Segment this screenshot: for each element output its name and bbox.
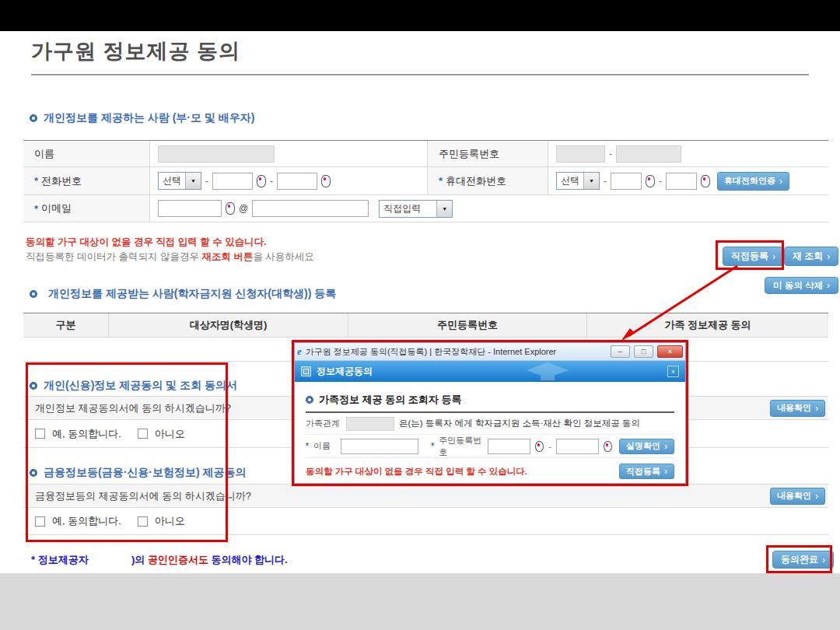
select-value: 선택 bbox=[557, 173, 583, 189]
mobile-last-input[interactable] bbox=[666, 173, 697, 190]
dash-separator: - bbox=[604, 176, 607, 187]
chevron-down-icon[interactable]: ▼ bbox=[583, 173, 599, 189]
financial-no-checkbox[interactable] bbox=[138, 516, 148, 527]
consent-complete-button[interactable]: 동의완료 › bbox=[772, 551, 834, 569]
chevron-down-icon[interactable]: ▼ bbox=[436, 201, 452, 217]
section-bullet-icon bbox=[306, 396, 313, 404]
minimize-button[interactable]: – bbox=[611, 345, 630, 358]
financial-content-check-button[interactable]: 내용확인 › bbox=[770, 488, 825, 505]
section-bullet-icon bbox=[30, 382, 37, 390]
notice-line2-prefix: 직접등록한 데이터가 출력되지 않을경우 bbox=[26, 251, 201, 262]
popup-direct-register-button[interactable]: 직접등록 › bbox=[619, 464, 674, 479]
required-mark: * bbox=[439, 175, 443, 187]
popup-name-label: 이름 bbox=[313, 440, 336, 452]
notice-line2-suffix: 을 사용하세요 bbox=[253, 251, 313, 262]
recipients-header-row: 구분 대상자명(학생명) 주민등록번호 가족 정보제공 동의 bbox=[23, 313, 828, 338]
mobile-mid-input[interactable] bbox=[611, 173, 642, 190]
rrn-label-cell: 주민등록번호 bbox=[428, 141, 548, 166]
popup-window-title: 가구원 정보제공 동의(직접등록) | 한국장학재단 - Internet Ex… bbox=[306, 346, 607, 358]
close-icon: × bbox=[671, 368, 675, 376]
phone-label-cell: * 전화번호 bbox=[23, 167, 150, 194]
direct-register-button[interactable]: 직접등록 › bbox=[723, 247, 784, 266]
popup-titlebar[interactable]: e 가구원 정보제공 동의(직접등록) | 한국장학재단 - Internet … bbox=[295, 343, 685, 361]
mobile-value-cell: 선택 ▼ - - 휴대전화인증 › bbox=[548, 167, 828, 194]
email-id-input[interactable] bbox=[158, 200, 222, 217]
dash-separator: - bbox=[659, 176, 662, 187]
internet-explorer-icon: e bbox=[297, 345, 302, 358]
button-label: 미 동의 삭제 bbox=[773, 280, 823, 292]
virtual-keypad-mouse-icon[interactable] bbox=[257, 175, 266, 187]
virtual-keypad-mouse-icon[interactable] bbox=[535, 441, 544, 452]
footer-note-suffix: 동의해야 합니다. bbox=[208, 554, 288, 565]
identity-row: * 이름 * 주민등록번호 - 실명확인 › bbox=[306, 435, 674, 458]
phone-label: 전화번호 bbox=[41, 174, 82, 188]
virtual-keypad-mouse-icon[interactable] bbox=[701, 175, 710, 187]
providers-section-title: 개인정보를 제공하는 사람 (부·모 및 배우자) bbox=[44, 111, 254, 125]
virtual-keypad-mouse-icon[interactable] bbox=[321, 175, 331, 187]
chevron-right-icon: › bbox=[772, 251, 775, 262]
chevron-right-icon: › bbox=[815, 491, 818, 502]
requery-button[interactable]: 재 조회 › bbox=[784, 247, 838, 266]
email-value-cell: @ 직접입력 ▼ bbox=[150, 195, 828, 222]
col-header-label: 가족 정보제공 동의 bbox=[664, 318, 751, 332]
relation-label: 가족관계 bbox=[306, 418, 341, 429]
section-bullet-icon bbox=[30, 290, 37, 298]
phone-mid-input[interactable] bbox=[212, 173, 253, 190]
mobile-verify-button[interactable]: 휴대전화인증 › bbox=[717, 172, 789, 191]
popup-rrn-back-input[interactable] bbox=[556, 439, 599, 454]
chevron-right-icon: › bbox=[822, 555, 825, 565]
phone-last-input[interactable] bbox=[277, 173, 317, 190]
popup-close-icon[interactable]: × bbox=[667, 366, 679, 377]
dash-separator: - bbox=[205, 176, 208, 187]
financial-consent-choices: 예, 동의합니다. 아니오 bbox=[23, 508, 828, 535]
required-mark: * bbox=[34, 203, 38, 215]
col-header-label: 주민등록번호 bbox=[437, 318, 498, 332]
email-domain-select[interactable]: 직접입력 ▼ bbox=[379, 200, 453, 218]
personal-consent-question: 개인정보 제공동의서에 동의 하시겠습니까? bbox=[35, 401, 231, 415]
verify-name-button[interactable]: 실명확인 › bbox=[619, 439, 674, 454]
personal-content-check-button[interactable]: 내용확인 › bbox=[770, 400, 825, 417]
section-bullet-icon bbox=[30, 469, 37, 477]
button-label: 동의완료 bbox=[781, 553, 818, 566]
delete-nonconsent-button[interactable]: 미 동의 삭제 › bbox=[765, 277, 838, 294]
at-sign: @ bbox=[239, 203, 248, 214]
virtual-keypad-mouse-icon[interactable] bbox=[226, 202, 235, 215]
col-header-label: 구분 bbox=[56, 318, 76, 332]
phone-value-cell: 선택 ▼ - - bbox=[150, 167, 428, 194]
col-header-label: 대상자명(학생명) bbox=[190, 318, 268, 332]
chevron-down-icon[interactable]: ▼ bbox=[185, 173, 201, 189]
button-label: 직접등록 bbox=[626, 466, 660, 478]
mobile-prefix-select[interactable]: 선택 ▼ bbox=[556, 172, 600, 190]
select-value: 직접입력 bbox=[380, 201, 425, 217]
popup-name-input[interactable] bbox=[341, 439, 418, 454]
table-row: 이름 주민등록번호 - bbox=[23, 141, 828, 167]
virtual-keypad-mouse-icon[interactable] bbox=[646, 175, 655, 187]
restore-button[interactable]: □ bbox=[634, 345, 653, 358]
financial-consent-header: 금융정보등(금융·신용·보험정보) 제공동의 bbox=[30, 466, 247, 480]
button-label: 실명확인 bbox=[626, 440, 660, 452]
page-title: 가구원 정보제공 동의 bbox=[31, 37, 240, 65]
provider-info-table: 이름 주민등록번호 - * 전화번호 선택 ▼ bbox=[23, 140, 828, 222]
button-label: 내용확인 bbox=[777, 490, 811, 502]
virtual-keypad-mouse-icon[interactable] bbox=[604, 441, 612, 452]
email-domain-input[interactable] bbox=[252, 200, 369, 217]
dash-separator: - bbox=[270, 176, 273, 187]
financial-yes-checkbox[interactable] bbox=[35, 516, 45, 527]
close-button[interactable]: × bbox=[657, 345, 683, 358]
rrn-back-masked-input bbox=[616, 145, 681, 163]
button-label: 직접등록 bbox=[731, 250, 768, 263]
email-label: 이메일 bbox=[41, 201, 72, 215]
notice-line2-highlight: 재조회 버튼 bbox=[201, 251, 253, 262]
popup-notice-row: 동의할 가구 대상이 없을 경우 직접 입력 할 수 있습니다. 직접등록 › bbox=[306, 464, 674, 479]
close-icon: × bbox=[668, 348, 672, 355]
name-value-cell bbox=[150, 141, 428, 166]
personal-yes-checkbox[interactable] bbox=[35, 429, 45, 439]
popup-body: 가족정보 제공 동의 조회자 등록 가족관계 은(는) 등록자 에게 학자금지원… bbox=[295, 382, 685, 483]
popup-rrn-front-input[interactable] bbox=[488, 439, 530, 454]
popup-rrn-label: 주민등록번호 bbox=[439, 435, 483, 458]
phone-prefix-select[interactable]: 선택 ▼ bbox=[158, 172, 201, 190]
chevron-right-icon: › bbox=[779, 176, 782, 187]
mobile-label-cell: * 휴대전화번호 bbox=[428, 167, 548, 194]
personal-no-checkbox[interactable] bbox=[138, 429, 148, 439]
table-row: * 전화번호 선택 ▼ - - * 휴대전화번호 bbox=[23, 167, 828, 195]
